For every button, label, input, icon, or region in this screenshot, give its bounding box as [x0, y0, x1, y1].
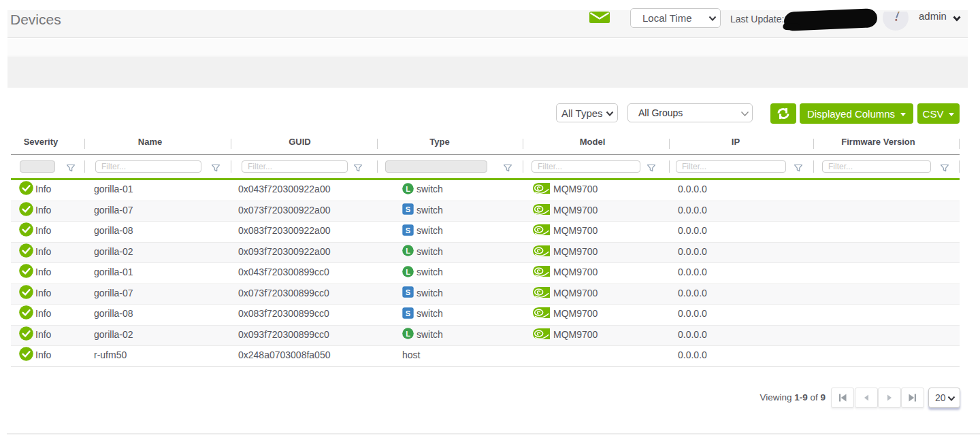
svg-text:S: S [406, 205, 410, 213]
svg-text:L: L [406, 184, 410, 192]
svg-text:L: L [406, 330, 410, 338]
svg-text:L: L [406, 247, 410, 255]
svg-text:S: S [406, 226, 410, 234]
svg-text:L: L [406, 267, 410, 275]
svg-text:S: S [406, 288, 410, 296]
svg-text:S: S [406, 309, 410, 317]
